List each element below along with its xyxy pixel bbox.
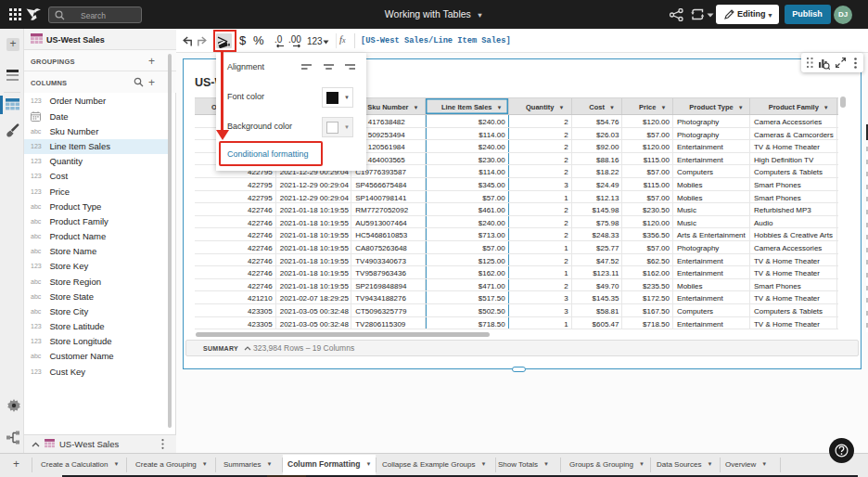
svg-text:.0: .0 xyxy=(274,34,283,45)
svg-text:.00: .00 xyxy=(288,34,301,45)
